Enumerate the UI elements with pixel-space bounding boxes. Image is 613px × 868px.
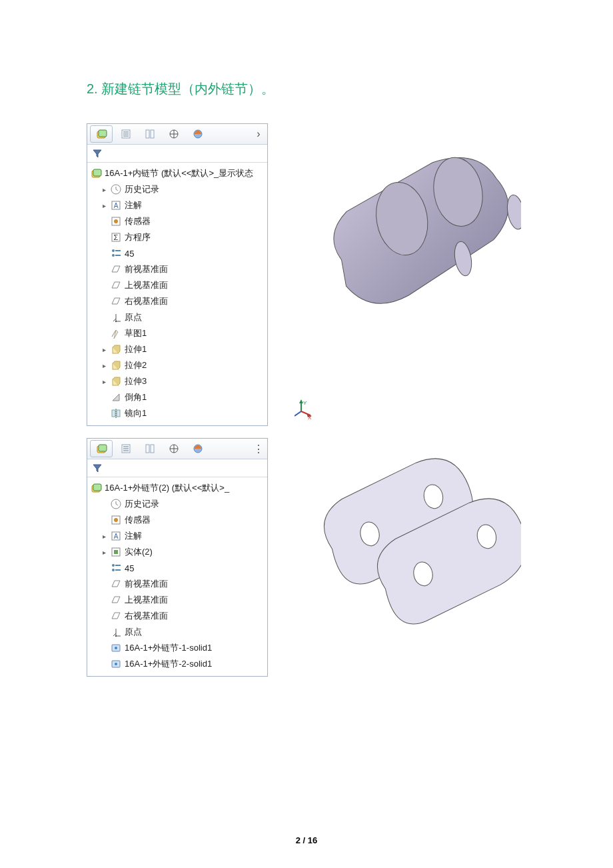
tree-root-part[interactable]: 16A-1+内链节 (默认<<默认>_显示状态 — [87, 165, 267, 181]
tab-feature-manager[interactable] — [90, 125, 113, 143]
tab-configuration-manager[interactable] — [139, 441, 161, 457]
history-icon — [110, 183, 122, 195]
page-sep: / — [301, 835, 308, 845]
plane-icon — [110, 263, 122, 275]
plane-icon — [110, 594, 122, 606]
part-icon — [90, 167, 102, 179]
tab-dimxpert-manager[interactable] — [163, 441, 185, 457]
tab-display-manager[interactable] — [187, 441, 209, 457]
tree-item[interactable]: ▸注解 — [87, 197, 267, 213]
material-icon — [110, 562, 122, 574]
tree-item-label: 实体(2) — [125, 546, 267, 558]
filter-bar[interactable] — [87, 145, 267, 163]
tree-item-label: 右视基准面 — [125, 295, 267, 307]
tab-property-manager[interactable] — [115, 441, 137, 457]
tree-item-label: 前视基准面 — [125, 263, 267, 275]
tree-root-label: 16A-1+外链节(2) (默认<<默认>_ — [105, 482, 267, 494]
tree-item[interactable]: 方程序 — [87, 229, 267, 245]
tree-item[interactable]: ▸注解 — [87, 528, 267, 544]
expand-toggle-icon[interactable]: ▸ — [101, 533, 107, 540]
outer-link-render — [295, 438, 521, 678]
tree-item-label: 拉伸2 — [125, 359, 267, 371]
importedbody-icon — [110, 658, 122, 670]
tree-item[interactable]: 原点 — [87, 309, 267, 325]
figure-row-1: › 16A-1+内链节 (默认<<默认>_显示状态 ▸历史记录▸注解传感器方程序… — [87, 123, 526, 426]
tree-item[interactable]: 45 — [87, 245, 267, 261]
panel1-tabbar: › — [87, 124, 267, 145]
tree-item-label: 历史记录 — [125, 183, 267, 195]
tree-item[interactable]: ▸历史记录 — [87, 181, 267, 197]
extrude-icon — [110, 375, 122, 387]
page-number: 2 — [296, 835, 301, 845]
heading-text: 新建链节模型（内外链节）。 — [101, 81, 275, 96]
tree-item-label: 上视基准面 — [125, 279, 267, 291]
tree-item[interactable]: 上视基准面 — [87, 592, 267, 608]
feature-tree-panel-1: › 16A-1+内链节 (默认<<默认>_显示状态 ▸历史记录▸注解传感器方程序… — [87, 123, 268, 426]
tree-item-label: 45 — [125, 563, 267, 573]
tree-item[interactable]: 右视基准面 — [87, 293, 267, 309]
tab-dimxpert-manager[interactable] — [163, 126, 185, 142]
tree-item-label: 拉伸3 — [125, 375, 267, 387]
tree-item-label: 前视基准面 — [125, 578, 267, 590]
chamfer-icon — [110, 391, 122, 403]
expand-toggle-icon[interactable]: ▸ — [101, 186, 107, 193]
expand-toggle-icon[interactable]: ▸ — [101, 378, 107, 385]
inner-link-render — [295, 123, 521, 403]
origin-icon — [110, 311, 122, 323]
tree-item[interactable]: 历史记录 — [87, 496, 267, 512]
part-icon — [90, 482, 102, 494]
tab-feature-manager[interactable] — [90, 440, 113, 457]
inner-link-graphic — [295, 123, 521, 403]
tree-item-label: 注解 — [125, 530, 267, 542]
tree-item[interactable]: ▸拉伸3 — [87, 373, 267, 389]
filter-bar[interactable] — [87, 459, 267, 477]
tree-item[interactable]: 倒角1 — [87, 389, 267, 405]
tree-item[interactable]: 原点 — [87, 624, 267, 640]
tree-root-part[interactable]: 16A-1+外链节(2) (默认<<默认>_ — [87, 480, 267, 496]
tree-item[interactable]: 上视基准面 — [87, 277, 267, 293]
importedbody-icon — [110, 642, 122, 654]
tree-item[interactable]: 右视基准面 — [87, 608, 267, 624]
tree-item[interactable]: 镜向1 — [87, 405, 267, 421]
figure-row-2: ⋮ 16A-1+外链节(2) (默认<<默认>_ 历史记录传感器▸注解▸实体(2… — [87, 438, 526, 678]
tab-configuration-manager[interactable] — [139, 126, 161, 142]
tree-item-label: 镜向1 — [125, 407, 267, 419]
tree-item-label: 上视基准面 — [125, 594, 267, 606]
tree-item-label: 右视基准面 — [125, 610, 267, 622]
section-heading: 2. 新建链节模型（内外链节）。 — [87, 80, 526, 98]
tree-item-label: 45 — [125, 249, 267, 259]
expand-tabs-icon[interactable]: › — [253, 128, 265, 140]
expand-tabs-icon[interactable]: ⋮ — [253, 443, 265, 455]
expand-toggle-icon[interactable]: ▸ — [101, 362, 107, 369]
mirror-icon — [110, 407, 122, 419]
tree-item[interactable]: 16A-1+外链节-1-solid1 — [87, 640, 267, 656]
tree-item[interactable]: 16A-1+外链节-2-solid1 — [87, 656, 267, 672]
feature-tree-panel-2: ⋮ 16A-1+外链节(2) (默认<<默认>_ 历史记录传感器▸注解▸实体(2… — [87, 438, 268, 677]
filter-icon — [91, 147, 103, 159]
tree-item[interactable]: ▸拉伸1 — [87, 341, 267, 357]
tree-item[interactable]: 传感器 — [87, 512, 267, 528]
heading-number: 2. — [87, 81, 98, 96]
tree-item-label: 原点 — [125, 626, 267, 638]
tree-item[interactable]: ▸实体(2) — [87, 544, 267, 560]
tree-item[interactable]: 前视基准面 — [87, 576, 267, 592]
tree-item[interactable]: 传感器 — [87, 213, 267, 229]
outer-link-graphic — [295, 438, 521, 678]
tree-item[interactable]: 45 — [87, 560, 267, 576]
expand-toggle-icon[interactable]: ▸ — [101, 346, 107, 353]
expand-toggle-icon[interactable]: ▸ — [101, 549, 107, 556]
tree-item[interactable]: 草图1 — [87, 325, 267, 341]
plane-icon — [110, 295, 122, 307]
equation-icon — [110, 231, 122, 243]
sensor-icon — [110, 514, 122, 526]
panel2-tree: 16A-1+外链节(2) (默认<<默认>_ 历史记录传感器▸注解▸实体(2)4… — [87, 477, 267, 676]
expand-toggle-icon[interactable]: ▸ — [101, 202, 107, 209]
tree-item[interactable]: ▸拉伸2 — [87, 357, 267, 373]
annotation-icon — [110, 530, 122, 542]
origin-icon — [110, 626, 122, 638]
page-total: 16 — [308, 835, 317, 845]
tree-item-label: 倒角1 — [125, 391, 267, 403]
tab-display-manager[interactable] — [187, 126, 209, 142]
tab-property-manager[interactable] — [115, 126, 137, 142]
tree-item[interactable]: 前视基准面 — [87, 261, 267, 277]
